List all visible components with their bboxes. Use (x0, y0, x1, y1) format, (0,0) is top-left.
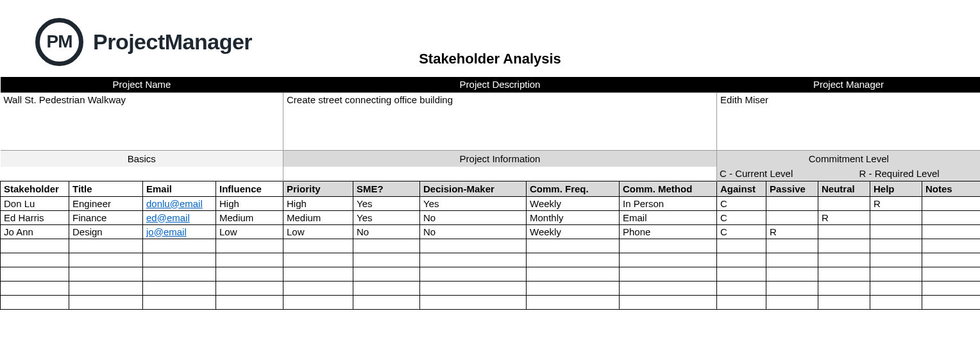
cell-notes[interactable] (922, 224, 980, 239)
cell-neutral[interactable] (818, 267, 870, 281)
cell-help[interactable]: R (870, 196, 922, 210)
cell-email[interactable] (143, 253, 216, 267)
email-link[interactable]: ed@email (146, 212, 190, 223)
cell-help[interactable] (870, 253, 922, 267)
cell-freq[interactable] (527, 253, 620, 267)
cell-stakeholder[interactable] (1, 267, 69, 281)
cell-title[interactable] (69, 239, 143, 253)
cell-influence[interactable] (216, 253, 283, 267)
cell-influence[interactable]: High (216, 196, 283, 210)
cell-freq[interactable]: Weekly (527, 196, 620, 210)
cell-decision[interactable] (420, 253, 527, 267)
cell-priority[interactable] (283, 239, 353, 253)
cell-email[interactable]: ed@email (143, 210, 216, 224)
cell-method[interactable]: Email (620, 210, 717, 224)
cell-passive[interactable] (766, 239, 818, 253)
cell-priority[interactable]: High (283, 196, 353, 210)
cell-title[interactable]: Engineer (69, 196, 143, 210)
email-link[interactable]: jo@email (146, 226, 187, 237)
cell-title[interactable]: Finance (69, 210, 143, 224)
cell-passive[interactable] (766, 210, 818, 224)
project-manager-value[interactable]: Edith Miser (717, 92, 980, 150)
cell-sme[interactable] (353, 253, 420, 267)
cell-neutral[interactable] (818, 295, 870, 309)
cell-priority[interactable] (283, 253, 353, 267)
cell-freq[interactable] (527, 281, 620, 295)
cell-stakeholder[interactable]: Don Lu (1, 196, 69, 210)
cell-against[interactable]: C (717, 196, 766, 210)
project-description-value[interactable]: Create street connecting office building (283, 92, 717, 150)
cell-method[interactable] (620, 281, 717, 295)
cell-title[interactable]: Design (69, 224, 143, 239)
cell-passive[interactable] (766, 267, 818, 281)
cell-decision[interactable]: No (420, 210, 527, 224)
cell-passive[interactable] (766, 253, 818, 267)
cell-stakeholder[interactable]: Ed Harris (1, 210, 69, 224)
cell-sme[interactable] (353, 267, 420, 281)
cell-influence[interactable] (216, 281, 283, 295)
cell-neutral[interactable]: R (818, 210, 870, 224)
cell-notes[interactable] (922, 196, 980, 210)
cell-decision[interactable]: Yes (420, 196, 527, 210)
cell-sme[interactable] (353, 239, 420, 253)
cell-notes[interactable] (922, 267, 980, 281)
cell-notes[interactable] (922, 239, 980, 253)
cell-sme[interactable] (353, 295, 420, 309)
cell-stakeholder[interactable] (1, 253, 69, 267)
cell-influence[interactable]: Low (216, 224, 283, 239)
cell-help[interactable] (870, 224, 922, 239)
cell-priority[interactable]: Medium (283, 210, 353, 224)
cell-against[interactable] (717, 295, 766, 309)
cell-against[interactable]: C (717, 224, 766, 239)
cell-priority[interactable] (283, 281, 353, 295)
cell-freq[interactable]: Weekly (527, 224, 620, 239)
cell-stakeholder[interactable] (1, 281, 69, 295)
email-link[interactable]: donlu@email (146, 198, 203, 209)
cell-freq[interactable] (527, 295, 620, 309)
cell-neutral[interactable] (818, 196, 870, 210)
cell-sme[interactable]: Yes (353, 210, 420, 224)
cell-email[interactable]: donlu@email (143, 196, 216, 210)
cell-influence[interactable]: Medium (216, 210, 283, 224)
cell-neutral[interactable] (818, 281, 870, 295)
cell-stakeholder[interactable]: Jo Ann (1, 224, 69, 239)
cell-method[interactable] (620, 295, 717, 309)
cell-title[interactable] (69, 267, 143, 281)
cell-sme[interactable]: Yes (353, 196, 420, 210)
cell-decision[interactable] (420, 267, 527, 281)
cell-decision[interactable] (420, 295, 527, 309)
cell-freq[interactable]: Monthly (527, 210, 620, 224)
cell-title[interactable] (69, 295, 143, 309)
cell-decision[interactable] (420, 281, 527, 295)
cell-passive[interactable]: R (766, 224, 818, 239)
cell-help[interactable] (870, 239, 922, 253)
cell-against[interactable] (717, 239, 766, 253)
cell-method[interactable] (620, 267, 717, 281)
cell-email[interactable] (143, 295, 216, 309)
cell-method[interactable] (620, 253, 717, 267)
cell-influence[interactable] (216, 295, 283, 309)
cell-passive[interactable] (766, 295, 818, 309)
cell-decision[interactable] (420, 239, 527, 253)
cell-passive[interactable] (766, 281, 818, 295)
cell-notes[interactable] (922, 253, 980, 267)
cell-influence[interactable] (216, 239, 283, 253)
cell-freq[interactable] (527, 267, 620, 281)
cell-against[interactable] (717, 253, 766, 267)
cell-title[interactable] (69, 281, 143, 295)
cell-priority[interactable] (283, 267, 353, 281)
cell-email[interactable] (143, 267, 216, 281)
cell-method[interactable]: In Person (620, 196, 717, 210)
cell-against[interactable] (717, 281, 766, 295)
cell-passive[interactable] (766, 196, 818, 210)
cell-against[interactable] (717, 267, 766, 281)
cell-title[interactable] (69, 253, 143, 267)
cell-priority[interactable] (283, 295, 353, 309)
cell-email[interactable]: jo@email (143, 224, 216, 239)
cell-sme[interactable]: No (353, 224, 420, 239)
cell-email[interactable] (143, 239, 216, 253)
cell-email[interactable] (143, 281, 216, 295)
project-name-value[interactable]: Wall St. Pedestrian Walkway (1, 92, 283, 150)
cell-sme[interactable] (353, 281, 420, 295)
cell-notes[interactable] (922, 210, 980, 224)
